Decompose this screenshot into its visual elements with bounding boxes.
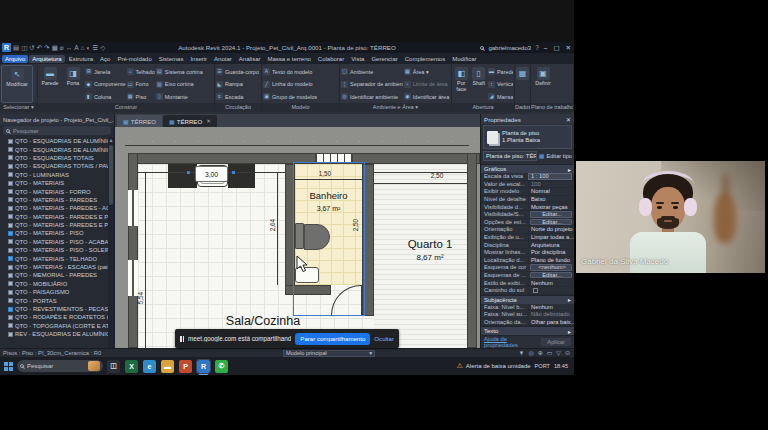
browser-item-qto-esquadrias-totais-pav[interactable]: QTO - ESQUADRIAS TOTAIS / PAV [0,162,108,170]
view-tab-terreo-1[interactable]: ▦ TÉRREO [117,115,162,127]
quarto-top-dimension[interactable]: 2,50 [422,173,452,180]
ribbon-tab-complementos[interactable]: Complementos [402,55,448,63]
properties-help-link[interactable]: Ajuda de propriedades [484,336,541,348]
browser-item-qto-materiais-paredes[interactable]: QTO - MATERIAIS - PAREDES [0,196,108,204]
porta-button[interactable]: ◨Porta [62,65,84,103]
scroll-up-icon[interactable]: ▲ [109,137,114,143]
redo-icon[interactable]: ↷ [44,42,49,53]
escada-button[interactable]: ≡Escada [216,91,259,102]
forro-button[interactable]: ▭Forro [127,79,155,90]
browser-item-qto-paisagismo[interactable]: QTO - PAISAGISMO [0,288,108,296]
browser-item-rev-esquadrias-de-aluminic[interactable]: REV - ESQUADRIAS DE ALUMÍNIC [0,330,108,338]
browser-item-qto-materiais-piso[interactable]: QTO - MATERIAIS - PISO [0,229,108,237]
weather-alert[interactable]: ⚠ Alerta de baixa umidade [457,362,531,370]
ribbon-tab-arquivo[interactable]: Arquivo [2,55,28,63]
browser-item-qto-memorial-paredes[interactable]: QTO - MEMORIAL - PAREDES [0,271,108,279]
property-value[interactable]: Olhar para baix... [528,319,574,326]
area-button[interactable]: ▩Área ▾ [404,66,450,77]
property-value[interactable]: Mostrar peças [528,203,574,210]
ribbon-tab-analisar[interactable]: Analisar [236,55,264,63]
text-icon[interactable]: A [74,42,78,53]
browser-item-qto-materias-escadas-pair[interactable]: QTO - MATERIAS - ESCADAS (pair [0,263,108,271]
properties-close-icon[interactable]: ✕ [566,116,571,123]
componente-button[interactable]: ◆Componente [85,79,126,90]
left-wall-dimension[interactable]: 5,54 [138,288,144,308]
dimension-grip[interactable] [232,171,235,174]
checkbox[interactable] [533,288,538,293]
piso-button[interactable]: ▦Piso [127,91,155,102]
property-value[interactable]: Limpar todas a... [528,234,574,241]
browser-item-qto-esquadrias-totais[interactable]: QTO - ESQUADRIAS TOTAIS [0,154,108,162]
minimize-button[interactable]: – [543,44,549,51]
grupo-de-modelos-button[interactable]: ▣Grupo de modelos [263,91,317,102]
room-tag-quarto[interactable]: Quarto 1 [400,239,460,251]
project-browser-search[interactable]: Pesquisar [3,126,111,135]
default-3d-view-icon[interactable]: ⌂ [81,42,85,53]
wall-right[interactable] [467,153,477,348]
coluna-button[interactable]: ▮Coluna [85,91,126,102]
property-value[interactable]: Editar... [530,272,572,279]
language-indicator[interactable]: PORT [535,363,550,369]
taskbar-tray[interactable]: PORT 18:45 [535,363,570,369]
taskbar-search[interactable]: Pesquisar [17,360,103,372]
montante-button[interactable]: ▯Montante [156,91,203,102]
room-area-quarto[interactable]: 8,67 m² [400,254,460,262]
dados-button[interactable]: ▦ [516,65,529,103]
dimension-grip[interactable] [187,171,190,174]
sala-height-dimension-line[interactable] [277,172,278,285]
property-value[interactable]: Por disciplina [528,249,574,256]
texto-do-modelo-button[interactable]: ATexto do modelo [263,66,317,77]
property-value[interactable]: Arquitetura [528,241,574,248]
hide-bar-button[interactable]: Ocultar [374,335,394,342]
open-icon[interactable]: ▤ [13,42,19,53]
edge-icon[interactable]: e [143,360,156,373]
por-face-button[interactable]: ◧Por face [453,65,469,103]
ambiente-button[interactable]: ▢Ambiente [341,66,403,77]
browser-item-qto-portas[interactable]: QTO - PORTAS [0,296,108,304]
wall-left[interactable] [128,153,138,348]
left-dimension-line[interactable] [145,172,146,348]
save-icon[interactable]: ◫ [21,42,27,53]
section-header-texto[interactable]: Texto▸ [481,326,574,335]
browser-item-qto-esquadrias-de-aluminic[interactable]: QTO - ESQUADRIAS DE ALUMÍNIC [0,137,108,145]
identificar-area-button[interactable]: ◉Identificar área ▾ [404,91,450,102]
vertical-button[interactable]: ↕Vertical [488,79,513,90]
property-value[interactable] [528,287,574,294]
browser-item-qto-rodapes-e-rodatetos-b[interactable]: QTO - RODAPÉS E RODATETOS (b [0,313,108,321]
property-value[interactable]: Baixo [528,196,574,203]
measure-icon[interactable]: ⌀ [60,42,64,53]
section-collapse-icon[interactable]: ▸ [568,328,571,335]
type-selector[interactable]: Planta de piso 1.Planta Baixa [483,125,572,149]
browser-item-qto-esquadrias-de-aluminic[interactable]: QTO - ESQUADRIAS DE ALUMÍNIC [0,145,108,153]
browser-item-qto-topografia-corte-e-ate[interactable]: QTO - TOPOGRAFIA (CORTE E ATE [0,322,108,330]
whatsapp-icon[interactable]: ✆ [215,360,228,373]
edit-type-button[interactable]: ▦ Editar tipo [539,152,572,159]
ribbon-tab-gerenciar[interactable]: Gerenciar [368,55,400,63]
ribbon-tab-sistemas[interactable]: Sistemas [156,55,187,63]
browser-item-qto-materiais[interactable]: QTO - MATERIAIS [0,179,108,187]
rampa-button[interactable]: ◣Rampa [216,79,259,90]
separador-de-ambiente-button[interactable]: ¦Separador de ambiente [341,79,403,90]
property-value[interactable]: 1 : 100 [528,173,572,180]
ribbon-tab-pre-moldado[interactable]: Pré-moldado [114,55,154,63]
shaft-button[interactable]: ▯Shaft [470,65,486,103]
view-tab-terreo-2[interactable]: ▦ TÉRREO ✕ [163,115,217,127]
clock[interactable]: 18:45 [554,363,568,369]
sync-icon[interactable]: ↺ [29,42,34,53]
properties-header[interactable]: Propriedades ✕ [481,114,574,124]
property-value[interactable]: Plano de fundo [528,257,574,264]
project-browser-header[interactable]: Navegador de projeto - Projeto_Pet_Civil… [0,114,114,125]
undo-icon[interactable]: ↶ [37,42,42,53]
section-header-subjacencia[interactable]: Subjacência▸ [481,295,574,304]
scroll-thumb[interactable] [109,145,113,205]
browser-item-qto-materiais-forro[interactable]: QTO - MATERIAIS - FORRO [0,187,108,195]
start-button[interactable] [4,362,13,371]
browser-item-qto-materiais-piso-acaba[interactable]: QTO - MATERIAIS - PISO - ACABA [0,238,108,246]
ribbon-tab-inserir[interactable]: Inserir [187,55,210,63]
telhado-button[interactable]: ⌂Telhado [127,66,155,77]
property-value[interactable]: Não delimitado [528,311,574,318]
element-selector[interactable]: Planta de piso: TÉRR ▾ [483,151,537,161]
browser-item-qto-materiais-piso-soleir[interactable]: QTO - MATERIAIS - PISO - SOLEIR [0,246,108,254]
print-icon[interactable]: ▦ [52,42,58,53]
window-left-2[interactable] [128,260,138,296]
